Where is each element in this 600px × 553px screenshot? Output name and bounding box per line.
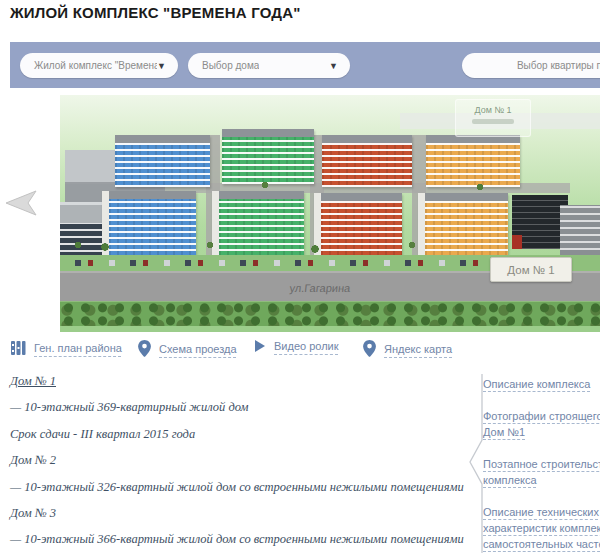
flat-params-label: Выбор квартиры по параметрам [462,60,600,71]
map-pin-icon [363,340,376,357]
complex-render-image[interactable]: ул.Гагарина Дом № 1 Дом № 1 [60,95,600,332]
building-red-back [322,135,412,187]
building-orange-back [426,135,520,187]
play-icon [254,340,266,352]
house-2-info: — 10-этажный 326-квартный жилой дом со в… [10,480,490,494]
sidebar-item-label: Фотографии строящегося [483,408,600,424]
sidebar-item-label: Описание технических [483,504,600,520]
house-1-deadline: Срок сдачи - III квартал 2015 года [10,427,490,441]
sidebar: Описание комплекса Фотографии строящегос… [483,376,600,553]
sidebar-item-label: самостоятельных частей [483,536,600,552]
yandex-map-link[interactable]: Яндекс карта [363,340,452,357]
sidebar-item-label: комплекса [483,472,600,488]
grey-building-right [560,205,600,257]
video-link[interactable]: Видео ролик [254,340,339,352]
gen-plan-icon [10,340,26,356]
video-label: Видео ролик [274,340,339,352]
chevron-down-icon: ▼ [329,61,350,71]
carousel-prev-arrow[interactable] [2,188,38,222]
sidebar-item-construction-photos[interactable]: Фотографии строящегося Дом №1 [483,408,600,440]
house-3-title: Дом № 3 [10,506,490,520]
building-blue-front [102,191,196,257]
building-red-front [314,193,402,257]
house-1-link[interactable]: Дом № 1 [10,374,56,388]
street-name-label: ул.Гагарина [259,282,380,294]
house-2-title: Дом № 2 [10,453,490,467]
route-map-label: Схема проезда [159,343,237,355]
sidebar-item-label: Описание комплекса [483,376,600,392]
complex-select-value: Жилой комплекс "Времена года" [20,60,157,71]
building-blue-back [115,135,210,187]
gen-plan-label: Ген. план района [34,342,122,354]
gen-plan-link[interactable]: Ген. план района [10,340,122,356]
building-green-back [222,129,314,184]
route-map-link[interactable]: Схема проезда [138,340,237,357]
chevron-down-icon: ▼ [157,61,178,71]
shop-building [60,223,106,259]
complex-select-dropdown[interactable]: Жилой комплекс "Времена года" ▼ [20,53,178,78]
sidebar-item-label: характеристик комплекса [483,520,600,536]
grass [60,326,600,332]
house-3-info: — 10-этажный 366-квартный жилой дом со в… [10,532,490,546]
house-tooltip-text: Дом № 1 [456,105,530,115]
building-green-front [212,191,304,257]
building-orange-front [418,193,508,257]
house-tooltip: Дом № 1 [455,99,531,137]
yandex-map-label: Яндекс карта [384,343,452,355]
sidebar-item-complex-description[interactable]: Описание комплекса [483,376,600,392]
house-select-value: Выбор дома [188,60,259,71]
map-pin-icon [138,340,151,357]
arrow-left-icon [2,188,38,218]
parked-cars [75,260,505,266]
tree-row [60,301,600,327]
sidebar-item-tech-specs[interactable]: Описание технических характеристик компл… [483,504,600,552]
house-1-badge[interactable]: Дом № 1 [490,257,572,282]
house-tooltip-line [472,119,513,124]
house-select-dropdown[interactable]: Выбор дома ▼ [188,53,350,78]
flat-params-button[interactable]: Выбор квартиры по параметрам [462,53,600,78]
house-1-title: Дом № 1 [10,374,490,388]
sidebar-item-label: Поэтапное строительство [483,456,600,472]
houses-description: Дом № 1 — 10-этажный 369-квартирный жило… [10,374,490,553]
dark-building-sign [512,235,522,249]
filter-bar: Жилой комплекс "Времена года" ▼ Выбор до… [10,42,600,88]
page-title: ЖИЛОЙ КОМПЛЕКС "ВРЕМЕНА ГОДА" [10,4,301,21]
sidebar-item-staged-construction[interactable]: Поэтапное строительство комплекса [483,456,600,488]
sidebar-item-label: Дом №1 [483,424,600,440]
house-1-info: — 10-этажный 369-квартирный жилой дом [10,400,490,414]
